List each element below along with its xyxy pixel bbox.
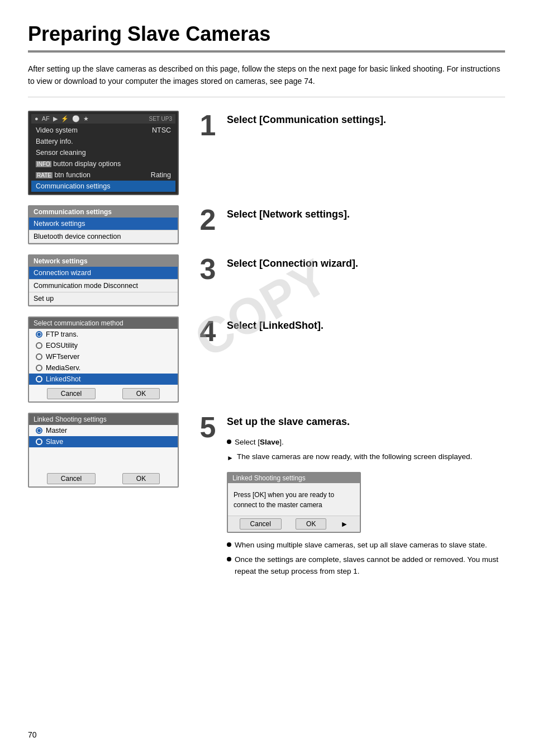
step-2-screen: Communication settings Network settings … [28, 205, 184, 244]
linked-header: Linked Shooting settings [29, 414, 178, 425]
step-3-right: 3 Select [Connection wizard]. [194, 254, 505, 284]
step-5-screen: Linked Shooting settings Master Slave Ca… [28, 413, 184, 488]
radio-wft-circle [36, 353, 42, 360]
comm-method-header: Select communication method [29, 318, 178, 329]
menu-conn-wizard: Connection wizard [29, 267, 178, 280]
arrow-right-icon: ► [341, 519, 349, 528]
inner-body: Press [OK] when you are ready to connect… [228, 483, 360, 516]
step-5-row: Linked Shooting settings Master Slave Ca… [28, 413, 505, 580]
person-icon: ⚪ [72, 115, 80, 122]
camera-icon: ● [35, 115, 39, 122]
step5-btn-row: Cancel OK [29, 470, 178, 486]
step-3-screen: Network settings Connection wizard Commu… [28, 254, 184, 306]
linked-shooting-screen: Linked Shooting settings Master Slave Ca… [28, 413, 179, 488]
radio-linked: LinkedShot [29, 374, 178, 385]
menu-comm-mode: Communication mode Disconnect [29, 280, 178, 292]
camera-menu-screen: ● AF ▶ ⚡ ⚪ ★ SET UP3 Video systemNTSC Ba… [28, 111, 179, 195]
step-5-title: Set up the slave cameras. [227, 416, 505, 428]
cam-icons: ● AF ▶ ⚡ ⚪ ★ [35, 115, 89, 122]
menu-setup: Set up [29, 292, 178, 305]
menu-network-settings: Network settings [29, 218, 178, 230]
radio-linked-circle [36, 376, 42, 382]
step-1-number: 1 [194, 111, 221, 140]
step-5-content: Set up the slave cameras. Select [Slave]… [227, 413, 505, 580]
dot-icon-3 [227, 557, 231, 561]
inner-cancel-btn[interactable]: Cancel [240, 518, 282, 530]
step-1-row: ● AF ▶ ⚡ ⚪ ★ SET UP3 Video systemNTSC Ba… [28, 111, 505, 195]
dot-icon-2 [227, 542, 231, 547]
af-icon: AF [42, 115, 50, 122]
step-4-row: Select communication method FTP trans. E… [28, 316, 505, 403]
menu-video-system: Video systemNTSC [31, 125, 175, 136]
bullet-select-slave: Select [Slave]. [227, 437, 505, 448]
step-1-right: 1 Select [Communication settings]. [194, 111, 505, 140]
radio-eos: EOSUtility [29, 340, 178, 351]
step-2-title: Select [Network settings]. [227, 209, 505, 220]
step-3-content: Select [Connection wizard]. [227, 254, 505, 274]
linked-slave: Slave [29, 436, 178, 447]
step-1-screen: ● AF ▶ ⚡ ⚪ ★ SET UP3 Video systemNTSC Ba… [28, 111, 184, 195]
menu-battery: Battery info. [31, 136, 175, 147]
step5-ok-btn[interactable]: OK [122, 473, 160, 484]
dot-icon-1 [227, 440, 231, 444]
menu-rate-btn: RATE btn function Rating [31, 169, 175, 181]
triangle-icon: ► [227, 453, 234, 463]
step-2-row: Communication settings Network settings … [28, 205, 505, 244]
step5-cancel-btn[interactable]: Cancel [47, 473, 96, 484]
star-icon: ★ [83, 115, 89, 122]
radio-media: MediaServ. [29, 362, 178, 374]
page-title: Preparing Slave Cameras [28, 22, 505, 53]
set-up-label: SET UP3 [149, 116, 173, 122]
step-1-title: Select [Communication settings]. [227, 114, 505, 126]
flash-icon: ⚡ [61, 115, 69, 122]
radio-ftp: FTP trans. [29, 329, 178, 340]
step-3-title: Select [Connection wizard]. [227, 258, 505, 270]
radio-master-circle [36, 427, 42, 434]
network-settings-header: Network settings [29, 256, 178, 267]
step-3-row: Network settings Connection wizard Commu… [28, 254, 505, 306]
linked-spacer [29, 447, 178, 470]
inner-linked-screen: Linked Shooting settings Press [OK] when… [227, 472, 361, 533]
menu-sensor: Sensor cleaning [31, 147, 175, 158]
bullet-multiple-slave: When using multiple slave cameras, set u… [227, 540, 505, 551]
step-4-right: 4 Select [LinkedShot]. [194, 316, 505, 346]
radio-ftp-circle [36, 331, 42, 338]
step-2-number: 2 [194, 205, 221, 234]
steps-container: ● AF ▶ ⚡ ⚪ ★ SET UP3 Video systemNTSC Ba… [28, 111, 505, 590]
step-4-content: Select [LinkedShot]. [227, 316, 505, 336]
linked-master: Master [29, 425, 178, 436]
step-5-right: 5 Set up the slave cameras. Select [Slav… [194, 413, 505, 580]
comm-settings-header: Communication settings [29, 206, 178, 218]
comm-settings-screen: Communication settings Network settings … [28, 205, 179, 244]
step-1-content: Select [Communication settings]. [227, 111, 505, 130]
step-5-bullets: Select [Slave]. ► The slave cameras are … [227, 437, 505, 466]
menu-comm-settings: Communication settings [31, 181, 175, 192]
play-icon: ▶ [53, 115, 58, 122]
comm-method-screen: Select communication method FTP trans. E… [28, 316, 179, 403]
inner-ok-btn[interactable]: OK [296, 518, 326, 530]
menu-info-btn: INFO button display options [31, 158, 175, 169]
cam-topbar: ● AF ▶ ⚡ ⚪ ★ SET UP3 [31, 114, 175, 124]
radio-eos-circle [36, 342, 42, 349]
radio-wft: WFTserver [29, 351, 178, 362]
step-5-extra-bullets: When using multiple slave cameras, set u… [227, 540, 505, 580]
radio-slave-circle [36, 438, 42, 445]
step-2-right: 2 Select [Network settings]. [194, 205, 505, 234]
intro-text: After setting up the slave cameras as de… [28, 63, 505, 97]
bullet-complete: Once the settings are complete, slaves c… [227, 554, 505, 577]
step-2-content: Select [Network settings]. [227, 205, 505, 225]
network-settings-screen: Network settings Connection wizard Commu… [28, 254, 179, 306]
step-4-number: 4 [194, 316, 221, 346]
step-4-screen: Select communication method FTP trans. E… [28, 316, 184, 403]
step4-ok-btn[interactable]: OK [122, 388, 160, 399]
inner-header: Linked Shooting settings [228, 473, 360, 483]
radio-media-circle [36, 365, 42, 371]
step4-cancel-btn[interactable]: Cancel [47, 388, 96, 399]
step-3-number: 3 [194, 254, 221, 284]
bullet-slave-ready: ► The slave cameras are now ready, with … [227, 451, 505, 463]
step-5-number: 5 [194, 413, 221, 442]
step-4-title: Select [LinkedShot]. [227, 320, 505, 332]
page-number: 70 [28, 730, 37, 739]
inner-btn-row: Cancel OK ► [228, 516, 360, 532]
step4-btn-row: Cancel OK [29, 385, 178, 401]
